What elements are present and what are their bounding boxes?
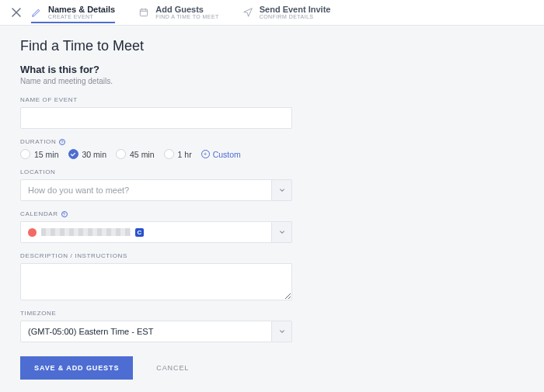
field-timezone: TIMEZONE (GMT-05:00) Eastern Time - EST bbox=[20, 310, 524, 342]
radio-icon bbox=[68, 149, 78, 159]
action-row: SAVE & ADD GUESTS CANCEL bbox=[20, 356, 524, 380]
description-textarea[interactable] bbox=[20, 263, 292, 300]
event-name-input[interactable] bbox=[20, 107, 292, 129]
field-description: DESCRIPTION / INSTRUCTIONS bbox=[20, 252, 524, 300]
calendar-badge-icon: C bbox=[135, 228, 144, 237]
field-duration: DURATION ? 15 min 30 min 45 min 1 hr bbox=[20, 138, 524, 159]
label-calendar: CALENDAR ? bbox=[20, 210, 524, 217]
step-add-guests[interactable]: Add Guests FIND A TIME TO MEET bbox=[138, 2, 219, 24]
paper-plane-icon bbox=[242, 7, 253, 18]
section-title: What is this for? bbox=[20, 64, 524, 75]
label-name-of-event: NAME OF EVENT bbox=[20, 96, 524, 103]
radio-icon bbox=[116, 149, 126, 159]
radio-icon bbox=[164, 149, 174, 159]
timezone-select[interactable]: (GMT-05:00) Eastern Time - EST bbox=[20, 321, 272, 342]
duration-custom[interactable]: + Custom bbox=[201, 150, 241, 159]
step-title: Add Guests bbox=[155, 5, 219, 14]
calendar-icon bbox=[138, 7, 149, 18]
section-subtitle: Name and meeting details. bbox=[20, 77, 524, 85]
step-subtitle: CONFIRM DETAILS bbox=[260, 14, 331, 20]
calendar-select[interactable]: C bbox=[20, 221, 272, 243]
page-body: Find a Time to Meet What is this for? Na… bbox=[0, 26, 544, 387]
save-add-guests-button[interactable]: SAVE & ADD GUESTS bbox=[20, 356, 133, 380]
label-timezone: TIMEZONE bbox=[20, 310, 524, 317]
topbar: Names & Details CREATE EVENT Add Guests … bbox=[0, 0, 544, 26]
wizard-steps: Names & Details CREATE EVENT Add Guests … bbox=[31, 2, 330, 24]
step-title: Names & Details bbox=[48, 5, 115, 14]
step-subtitle: CREATE EVENT bbox=[48, 14, 115, 20]
close-icon[interactable] bbox=[9, 5, 23, 19]
chevron-down-icon[interactable] bbox=[272, 221, 292, 243]
chevron-down-icon[interactable] bbox=[272, 321, 292, 342]
field-calendar: CALENDAR ? C bbox=[20, 210, 524, 243]
duration-options: 15 min 30 min 45 min 1 hr + Custom bbox=[20, 149, 524, 159]
plus-circle-icon: + bbox=[201, 150, 210, 158]
step-send-invite[interactable]: Send Event Invite CONFIRM DETAILS bbox=[242, 2, 331, 24]
label-duration: DURATION ? bbox=[20, 138, 524, 145]
pencil-icon bbox=[31, 7, 42, 18]
duration-30[interactable]: 30 min bbox=[68, 149, 107, 159]
help-icon[interactable]: ? bbox=[59, 139, 65, 145]
step-names-details[interactable]: Names & Details CREATE EVENT bbox=[31, 2, 115, 24]
duration-45[interactable]: 45 min bbox=[116, 149, 155, 159]
page-title: Find a Time to Meet bbox=[20, 38, 524, 54]
radio-icon bbox=[20, 149, 30, 159]
label-description: DESCRIPTION / INSTRUCTIONS bbox=[20, 252, 524, 259]
cancel-button[interactable]: CANCEL bbox=[152, 363, 194, 373]
calendar-color-dot bbox=[28, 228, 37, 237]
duration-15[interactable]: 15 min bbox=[20, 149, 59, 159]
help-icon[interactable]: ? bbox=[61, 211, 68, 217]
field-location: LOCATION How do you want to meet? bbox=[20, 168, 524, 201]
label-location: LOCATION bbox=[20, 168, 524, 175]
svg-rect-0 bbox=[141, 9, 148, 16]
duration-1hr[interactable]: 1 hr bbox=[164, 149, 192, 159]
calendar-name-redacted bbox=[41, 228, 131, 236]
field-name-of-event: NAME OF EVENT bbox=[20, 96, 524, 129]
chevron-down-icon[interactable] bbox=[272, 179, 292, 201]
location-select[interactable]: How do you want to meet? bbox=[20, 179, 272, 201]
step-title: Send Event Invite bbox=[260, 5, 331, 14]
step-subtitle: FIND A TIME TO MEET bbox=[155, 14, 219, 20]
